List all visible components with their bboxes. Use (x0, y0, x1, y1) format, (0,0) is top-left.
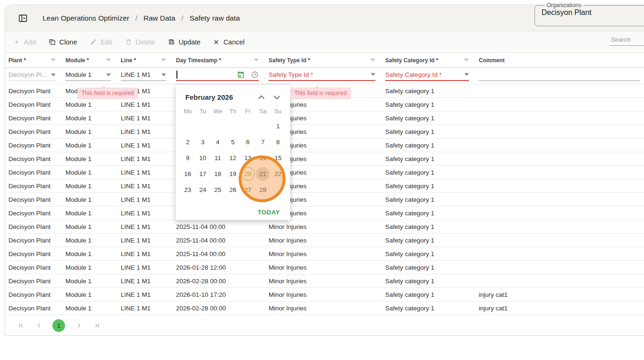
calendar-icon[interactable] (237, 71, 245, 79)
calendar-day[interactable]: 13 (241, 151, 255, 165)
table-row[interactable]: Decisyon PlantModule 1LINE 1 M1Minor Inj… (5, 98, 644, 111)
breadcrumb-app[interactable]: Lean Operations Optimizer (43, 14, 129, 22)
chevron-down-icon[interactable] (51, 73, 56, 76)
calendar-day[interactable]: 6 (241, 135, 255, 149)
filter-icon[interactable] (105, 57, 111, 63)
chevron-down-icon[interactable] (161, 73, 166, 76)
table-row[interactable]: Decisyon PlantModule 1LINE 1 M1Minor Inj… (5, 206, 644, 220)
calendar-day[interactable]: 24 (196, 183, 210, 197)
table-row[interactable]: Decisyon PlantModule 1LINE 1 M1Minor Inj… (5, 193, 644, 206)
module-field[interactable]: Module 1 (66, 69, 111, 81)
filter-icon[interactable] (253, 57, 259, 63)
previous-month-button[interactable] (258, 95, 265, 100)
cell-safety-type: Minor Injuries (265, 223, 382, 230)
calendar-day[interactable]: 28 (256, 183, 270, 197)
safety-category-field[interactable]: Safety Category Id * (385, 69, 469, 81)
clock-icon[interactable] (251, 71, 259, 79)
chevron-down-icon[interactable] (106, 73, 111, 76)
breadcrumb-section[interactable]: Raw Data (144, 14, 176, 22)
table-row[interactable]: Decisyon PlantModule 1LINE 1 M12026-02-2… (5, 274, 644, 288)
comment-field[interactable] (479, 69, 640, 81)
plant-field[interactable]: Decisyon Pl... (8, 69, 56, 81)
breadcrumb-page[interactable]: Safety raw data (190, 14, 240, 22)
calendar-day[interactable]: 3 (196, 135, 210, 149)
table-row[interactable]: Decisyon PlantModule 1LINE 1 M12026-01-2… (5, 261, 644, 274)
calendar-day[interactable]: 18 (211, 167, 225, 181)
calendar-day[interactable]: 1 (271, 119, 285, 133)
first-page-button[interactable] (16, 322, 25, 329)
column-header[interactable]: Safety Type Id * (265, 53, 382, 67)
cell-plant: Decisyon Plant (5, 223, 62, 230)
organizations-select[interactable]: Organizations Decisyon Plant (534, 2, 644, 26)
cancel-button[interactable]: Cancel (213, 38, 244, 46)
day-timestamp-field[interactable] (176, 69, 259, 81)
calendar-day[interactable]: 20 (241, 167, 255, 181)
column-header[interactable]: Day Timestamp * (173, 53, 265, 67)
clone-button[interactable]: Clone (49, 38, 77, 46)
filter-icon[interactable] (161, 57, 167, 63)
calendar-day[interactable]: 12 (226, 151, 240, 165)
table-row[interactable]: Decisyon PlantModule 1LINE 1 M12025-11-0… (5, 247, 644, 261)
table-row[interactable]: Decisyon PlantModule 1LINE 1 M12025-11-0… (5, 220, 644, 234)
column-header[interactable]: Comment (476, 53, 644, 67)
table-row[interactable]: Decisyon PlantModule 1LINE 1 M12025-11-0… (5, 234, 644, 247)
calendar-day[interactable]: 17 (196, 167, 210, 181)
line-field-value: LINE 1 M1 (121, 71, 151, 78)
calendar-day[interactable]: 27 (241, 183, 255, 197)
calendar-day[interactable]: 4 (211, 135, 225, 149)
table-row[interactable]: Decisyon PlantModule 1LINE 1 M12026-01-1… (5, 288, 644, 301)
table-row[interactable]: Decisyon PlantModule 1LINE 1 M1Minor Inj… (5, 152, 644, 166)
search-input[interactable] (610, 35, 644, 46)
calendar-day[interactable]: 23 (181, 183, 195, 197)
column-header-label: Line * (121, 57, 136, 64)
calendar-day[interactable]: 15 (271, 151, 285, 165)
filter-icon[interactable] (463, 57, 469, 63)
calendar-day[interactable]: 2 (181, 135, 195, 149)
line-field[interactable]: LINE 1 M1 (121, 69, 166, 81)
calendar-day[interactable]: 16 (181, 167, 195, 181)
chevron-down-icon[interactable] (371, 73, 375, 76)
table-row[interactable]: Decisyon PlantModule 1LINE 1 M12026-02-2… (5, 301, 644, 315)
calendar-day[interactable]: 22 (271, 167, 285, 181)
safety-type-field[interactable]: Safety Type Id * (269, 69, 375, 81)
cell-module: Module 1 (62, 223, 117, 230)
safety-type-placeholder: Safety Type Id * (269, 71, 313, 78)
calendar-day[interactable]: 26 (226, 183, 240, 197)
column-header[interactable]: Line * (117, 53, 173, 67)
calendar-day[interactable]: 19 (226, 167, 240, 181)
column-header[interactable]: Plant * (5, 53, 62, 67)
cell-safety-category: Safety category 1 (382, 223, 476, 230)
filter-icon[interactable] (50, 57, 56, 63)
sidebar-toggle-icon[interactable] (18, 13, 28, 23)
delete-button[interactable]: Delete (125, 38, 155, 46)
next-month-button[interactable] (273, 95, 280, 100)
table-row[interactable]: Decisyon PlantModule 1LINE 1 M1Minor Inj… (5, 166, 644, 179)
table-row[interactable]: Decisyon PlantModule 1LINE 1 M1Minor Inj… (5, 139, 644, 152)
calendar-day[interactable]: 5 (226, 135, 240, 149)
column-header-label: Comment (479, 57, 505, 64)
calendar-day[interactable]: 8 (271, 135, 285, 149)
column-header[interactable]: Module * (62, 53, 117, 67)
chevron-down-icon[interactable] (464, 73, 469, 76)
cell-plant: Decisyon Plant (5, 291, 62, 298)
calendar-day[interactable]: 7 (256, 135, 270, 149)
last-page-button[interactable] (92, 322, 102, 329)
calendar-day[interactable]: 14 (256, 151, 270, 165)
calendar-day[interactable]: 9 (181, 151, 195, 165)
add-button[interactable]: Add (14, 38, 36, 46)
current-page-badge[interactable]: 1 (52, 319, 65, 332)
calendar-day[interactable]: 11 (211, 151, 225, 165)
filter-icon[interactable] (370, 57, 376, 63)
next-page-button[interactable] (74, 322, 83, 329)
calendar-day[interactable]: 10 (196, 151, 210, 165)
today-button[interactable]: TODAY (257, 209, 280, 216)
table-row[interactable]: Decisyon PlantModule 1LINE 1 M1Minor Inj… (5, 125, 644, 139)
previous-page-button[interactable] (34, 322, 44, 329)
update-button[interactable]: Update (168, 38, 201, 46)
table-row[interactable]: Decisyon PlantModule 1LINE 1 M1Minor Inj… (5, 179, 644, 193)
column-header[interactable]: Safety Category Id * (382, 53, 476, 67)
calendar-day[interactable]: 25 (211, 183, 225, 197)
calendar-day[interactable]: 21 (256, 167, 270, 181)
edit-button[interactable]: Edit (90, 38, 112, 46)
table-row[interactable]: Decisyon PlantModule 1LINE 1 M1Minor Inj… (5, 111, 644, 125)
